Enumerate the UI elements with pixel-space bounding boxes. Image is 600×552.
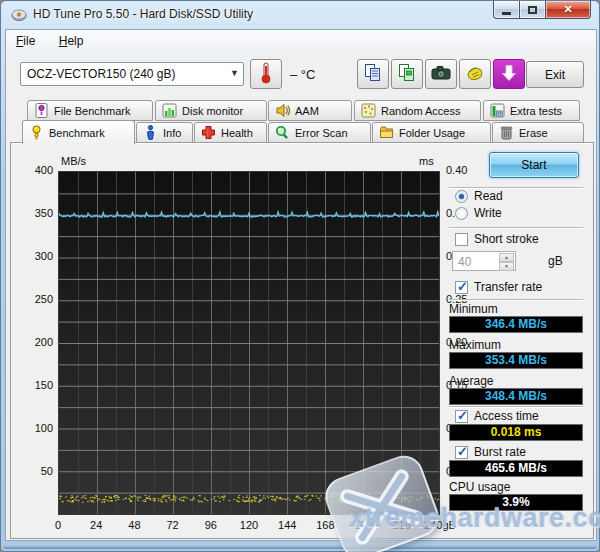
app-window: HD Tune Pro 5.50 - Hard Disk/SSD Utility…: [0, 0, 600, 552]
y-axis-tick-left: 150: [17, 379, 53, 391]
separator: [449, 406, 583, 408]
tab-info[interactable]: Info: [136, 122, 193, 143]
read-radio[interactable]: Read: [455, 189, 503, 203]
download-button[interactable]: [493, 59, 525, 89]
titlebar[interactable]: HD Tune Pro 5.50 - Hard Disk/SSD Utility…: [1, 1, 599, 29]
tab-error-scan[interactable]: Error Scan: [268, 122, 371, 143]
write-radio[interactable]: Write: [455, 206, 502, 220]
maximum-value: 353.4 MB/s: [449, 352, 583, 369]
x-axis-tick: 0: [55, 519, 61, 531]
y-axis-tick-left: 300: [17, 250, 53, 262]
x-axis-tick: 120: [240, 519, 258, 531]
tab-file-benchmark[interactable]: File Benchmark: [27, 100, 153, 121]
x-axis-tick: 72: [166, 519, 178, 531]
benchmark-icon: [29, 125, 44, 140]
benchmark-tab-page: MB/s ms 400350300250200150100500.400.350…: [10, 142, 594, 539]
info-icon: [143, 125, 158, 140]
checkbox-icon: [455, 233, 468, 246]
aam-icon: [275, 103, 290, 118]
file-benchmark-icon: [34, 103, 49, 118]
y-axis-tick-left: 200: [17, 336, 53, 348]
separator: [449, 227, 583, 229]
burst-rate-checkbox[interactable]: Burst rate: [455, 445, 526, 459]
spinner-up-icon[interactable]: ▲: [499, 253, 514, 262]
left-axis-unit: MB/s: [61, 155, 86, 167]
average-value: 348.4 MB/s: [449, 388, 583, 405]
app-icon: [11, 7, 27, 23]
tab-random-access[interactable]: Random Access: [354, 100, 481, 121]
minimize-icon: [502, 12, 511, 15]
x-axis-tick: 216: [393, 519, 411, 531]
tab-label: Random Access: [381, 105, 460, 117]
temperature-button[interactable]: [250, 59, 282, 89]
tab-label: File Benchmark: [54, 105, 130, 117]
tab-health[interactable]: Health: [194, 122, 267, 143]
close-button[interactable]: ✕: [546, 1, 591, 19]
tab-disk-monitor[interactable]: Disk monitor: [155, 100, 267, 121]
y-axis-tick-left: 100: [17, 422, 53, 434]
minimize-button[interactable]: [493, 1, 520, 19]
menu-help[interactable]: Help: [49, 30, 94, 52]
tab-label: AAM: [295, 105, 319, 117]
copy-image-icon: [398, 63, 416, 86]
drive-select[interactable]: OCZ-VECTOR150 (240 gB) ▼: [20, 62, 244, 86]
short-stroke-checkbox[interactable]: Short stroke: [455, 232, 539, 246]
copy-image-button[interactable]: [391, 59, 423, 89]
chart-svg: [59, 172, 439, 514]
random-access-icon: [361, 103, 376, 118]
tab-label: Error Scan: [295, 127, 348, 139]
average-label: Average: [449, 374, 493, 388]
toolbar: OCZ-VECTOR150 (240 gB) ▼ – °C Exit: [6, 54, 596, 100]
erase-icon: [499, 125, 514, 140]
copy-button[interactable]: [357, 59, 389, 89]
radio-icon: [455, 207, 468, 220]
access-time-checkbox[interactable]: Access time: [455, 409, 539, 423]
tab-aam[interactable]: AAM: [268, 100, 352, 121]
benchmark-chart: [58, 171, 440, 515]
start-button[interactable]: Start: [489, 152, 579, 178]
copy-icon: [364, 63, 382, 86]
tab-folder-usage[interactable]: Folder Usage: [372, 122, 491, 143]
camera-button[interactable]: [425, 59, 457, 89]
menu-bar: File Help: [6, 30, 596, 54]
y-axis-tick-left: 400: [17, 164, 53, 176]
stroke-size-input[interactable]: 40 ▲ ▼: [452, 251, 516, 271]
checkbox-checked-icon: [455, 281, 468, 294]
tab-label: Health: [221, 127, 253, 139]
x-axis-tick: 48: [128, 519, 140, 531]
tab-label: Extra tests: [510, 105, 562, 117]
checkbox-checked-icon: [455, 410, 468, 423]
maximize-button[interactable]: [520, 1, 546, 19]
tab-benchmark[interactable]: Benchmark: [22, 120, 135, 144]
x-axis-tick: 168: [316, 519, 334, 531]
client-area: File Help OCZ-VECTOR150 (240 gB) ▼ – °C: [5, 29, 597, 541]
menu-file[interactable]: File: [6, 30, 45, 52]
drive-select-value: OCZ-VECTOR150 (240 gB): [27, 67, 176, 81]
maximize-icon: [528, 6, 537, 14]
cpu-usage-value: 3.9%: [449, 494, 583, 511]
disk-monitor-icon: [162, 103, 177, 118]
y-axis-tick-right: 0.40: [446, 164, 482, 176]
maximum-label: Maximum: [449, 338, 501, 352]
spinner-down-icon[interactable]: ▼: [499, 262, 514, 271]
y-axis-tick-left: 350: [17, 207, 53, 219]
separator: [449, 299, 583, 301]
stroke-size-unit: gB: [548, 254, 563, 268]
radio-selected-icon: [455, 190, 468, 203]
exit-button[interactable]: Exit: [526, 61, 584, 88]
save-button[interactable]: [459, 59, 491, 89]
access-time-value: 0.018 ms: [449, 424, 583, 441]
spinner-arrows[interactable]: ▲ ▼: [499, 253, 514, 269]
transfer-rate-checkbox[interactable]: Transfer rate: [455, 280, 542, 294]
tab-label: Disk monitor: [182, 105, 243, 117]
tab-erase[interactable]: Erase: [492, 122, 584, 143]
download-icon: [501, 64, 517, 85]
folder-usage-icon: [379, 125, 394, 140]
tab-extra-tests[interactable]: Extra tests: [483, 100, 580, 121]
temperature-readout: – °C: [290, 67, 315, 82]
window-title: HD Tune Pro 5.50 - Hard Disk/SSD Utility: [33, 7, 253, 21]
x-axis-tick: 192: [354, 519, 372, 531]
close-icon: ✕: [563, 3, 572, 16]
tab-label: Erase: [519, 127, 548, 139]
tab-label: Benchmark: [49, 127, 105, 139]
